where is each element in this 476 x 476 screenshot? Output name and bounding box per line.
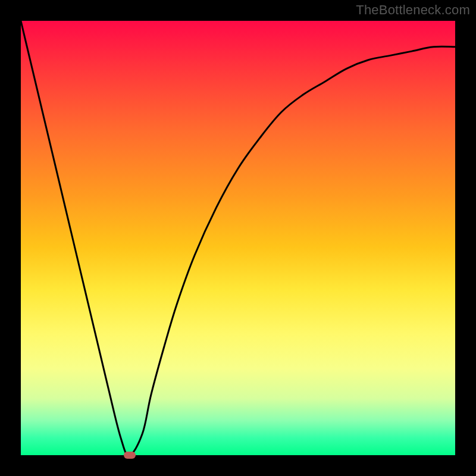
chart-frame: TheBottleneck.com: [0, 0, 476, 476]
watermark-text: TheBottleneck.com: [356, 2, 470, 18]
optimal-point-marker: [124, 452, 136, 459]
bottleneck-curve: [21, 21, 455, 455]
curve-svg: [21, 21, 455, 455]
plot-area: [21, 21, 455, 455]
